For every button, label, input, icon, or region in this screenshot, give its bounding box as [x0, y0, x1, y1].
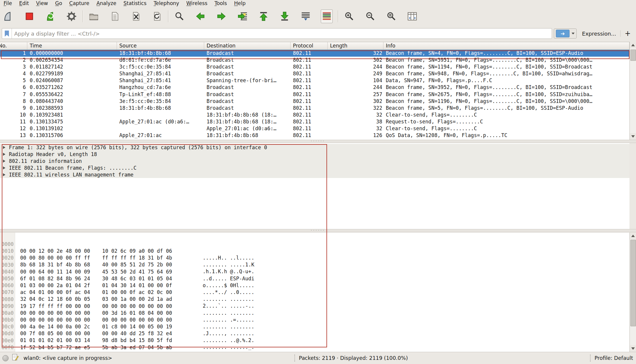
scrollbar-thumb[interactable] — [630, 240, 636, 326]
expander-triangle-icon[interactable] — [3, 153, 5, 156]
packet-list-scrollbar[interactable] — [629, 42, 636, 140]
hex-row[interactable]: 0060 ac 04 01 00 00 0f ac 04 01 00 00 0f… — [0, 275, 629, 282]
expander-triangle-icon[interactable] — [3, 160, 5, 163]
detail-row[interactable]: IEEE 802.11 wireless LAN management fram… — [0, 171, 629, 178]
packet-row[interactable]: 8 0.080443740 3e:f5:cc:0e:35:84 Broadcas… — [0, 98, 629, 105]
profile-text[interactable]: Profile: Default — [594, 355, 633, 361]
hex-row[interactable]: 00a0 00 00 00 00 00 00 00 00 00 00 00 00… — [0, 303, 629, 310]
go-next-icon[interactable] — [215, 9, 227, 23]
packet-row[interactable]: 5 0.024060087 Shanghai_27:85:41 Spanning… — [0, 77, 629, 84]
filter-bookmark-button[interactable] — [2, 28, 12, 39]
hex-row[interactable]: 00b0 00 4a 0e 14 00 0a 00 2c 01 c8 00 14… — [0, 310, 629, 317]
column-header-source[interactable]: Source — [117, 42, 204, 50]
hex-row[interactable]: 0090 00 00 00 00 00 00 00 00 00 3d 16 01… — [0, 296, 629, 303]
open-file-icon[interactable] — [88, 9, 100, 23]
detail-row[interactable]: Frame 1: 322 bytes on wire (2576 bits), … — [0, 144, 629, 151]
menu-item[interactable]: Wireless — [183, 0, 211, 7]
stop-capture-icon[interactable] — [23, 9, 35, 23]
capture-file-properties-icon[interactable] — [12, 354, 19, 363]
column-header-protocol[interactable]: Protocol — [291, 42, 328, 50]
expander-triangle-icon[interactable] — [3, 146, 5, 149]
packet-row[interactable]: 13 0.130315706 Apple_27:01:ac 18:31:bf:4… — [0, 132, 629, 139]
pane-splitter-bottom[interactable]: ······ — [0, 229, 636, 232]
filter-history-dropdown-icon[interactable] — [572, 33, 575, 34]
hex-row[interactable]: 00f0 3a ed dd 09 00 10 18 02 03 00 9c 00… — [0, 337, 629, 344]
hex-row[interactable]: 0100 50 f2 02 01 01 84 00 03 a4 00 00 27… — [0, 344, 629, 351]
packet-row[interactable]: 4 0.022799189 Shanghai_27:85:41 Broadcas… — [0, 70, 629, 77]
packet-row[interactable]: 2 0.002654354 d6:61:fe:cd:7a:6e Broadcas… — [0, 57, 629, 63]
menu-item[interactable]: Tools — [211, 0, 231, 7]
auto-scroll-icon[interactable] — [300, 9, 312, 23]
packet-row[interactable]: 9 0.102388593 18:31:bf:4b:8b:68 Broadcas… — [0, 105, 629, 112]
menu-item[interactable]: File — [0, 0, 15, 7]
column-header-destination[interactable]: Destination — [204, 42, 291, 50]
menu-item[interactable]: View — [32, 0, 51, 7]
hex-row[interactable]: 0050 01 03 00 00 2a 01 04 2f 01 04 30 14… — [0, 268, 629, 275]
expert-info-icon[interactable] — [2, 355, 9, 361]
start-capture-icon[interactable] — [2, 9, 14, 23]
hex-row[interactable]: 0010 00 00 80 00 00 00 ff ff ff ff ff ff… — [0, 241, 629, 248]
display-filter-field[interactable] — [2, 28, 552, 39]
column-header-info[interactable]: Info — [383, 42, 629, 50]
find-packet-icon[interactable] — [173, 9, 185, 23]
detail-row[interactable]: 802.11 radio information — [0, 158, 629, 164]
packet-row[interactable]: 3 0.011827142 3c:f5:cc:0e:35:84 Broadcas… — [0, 63, 629, 70]
hex-row[interactable]: 0030 00 00 64 00 11 14 00 09 45 53 50 2d… — [0, 255, 629, 262]
hex-row[interactable]: 0040 6f 01 08 82 84 8b 96 24 30 48 6c 03… — [0, 262, 629, 268]
column-header-length[interactable]: Length — [328, 42, 383, 50]
hex-pane-scrollbar[interactable] — [629, 233, 636, 352]
column-header-no[interactable]: No. — [0, 42, 27, 50]
save-file-icon[interactable] — [109, 9, 121, 23]
packet-row[interactable]: 7 0.055536422 Tp-LinkT_ef:48:88 Broadcas… — [0, 91, 629, 98]
zoom-in-icon[interactable] — [343, 9, 355, 23]
resize-columns-icon[interactable] — [406, 9, 418, 23]
cell-destination: Broadcast — [204, 91, 291, 98]
hex-row[interactable]: 00d0 01 01 01 02 01 00 03 14 98 d8 bd b4… — [0, 323, 629, 330]
scroll-down-button[interactable] — [630, 133, 636, 140]
go-last-icon[interactable] — [279, 9, 291, 23]
hex-row[interactable]: 0080 19 17 ff ff ff 00 00 00 00 00 00 00… — [0, 289, 629, 296]
hex-row[interactable]: 00c0 00 7f 08 05 00 08 00 00 00 00 40 dd… — [0, 317, 629, 323]
go-first-icon[interactable] — [258, 9, 269, 23]
scroll-up-button[interactable] — [630, 233, 636, 239]
menu-item[interactable]: Edit — [15, 0, 32, 7]
packet-row[interactable]: 1 0.000000000 18:31:bf:4b:8b:68 Broadcas… — [0, 50, 629, 57]
display-filter-input[interactable] — [12, 31, 552, 37]
go-previous-icon[interactable] — [194, 9, 206, 23]
hex-row[interactable]: 0000 00 00 12 00 2e 48 00 00 10 02 6c 09… — [0, 234, 629, 241]
zoom-out-icon[interactable] — [364, 9, 376, 23]
menu-item[interactable]: Help — [231, 0, 249, 7]
cell-info: Beacon frame, SN=1194, FN=0, Flags=.....… — [383, 63, 629, 70]
packet-row[interactable]: 11 0.130133475 Apple_27:01:ac (d0:a6:… 1… — [0, 118, 629, 125]
zoom-reset-icon[interactable] — [385, 9, 397, 23]
scroll-up-button[interactable] — [630, 42, 636, 48]
menu-item[interactable]: Statistics — [120, 0, 150, 7]
colorize-icon[interactable] — [321, 9, 333, 23]
expander-triangle-icon[interactable] — [3, 173, 5, 176]
menu-item[interactable]: Go — [52, 0, 66, 7]
apply-filter-button[interactable]: ➔ — [556, 30, 570, 37]
menu-item[interactable]: Telephony — [150, 0, 183, 7]
detail-row[interactable]: Radiotap Header v0, Length 18 — [0, 151, 629, 158]
hex-row[interactable]: 00e0 1f 52 b4 b5 b7 72 ae e5 5b ab 3a ed… — [0, 330, 629, 337]
scroll-down-button[interactable] — [630, 345, 636, 352]
expander-triangle-icon[interactable] — [3, 166, 5, 169]
hex-row[interactable]: 0020 8b 68 18 31 bf 4b 8b 68 40 00 85 51… — [0, 248, 629, 255]
packet-row[interactable]: 6 0.035271262 Hangzhou_cd:7a:6e Broadcas… — [0, 84, 629, 91]
go-to-packet-icon[interactable] — [237, 9, 248, 23]
close-file-icon[interactable] — [130, 9, 142, 23]
packet-row[interactable]: 10 0.103923481 18:31:bf:4b:8b:68 (18:… 8… — [0, 112, 629, 118]
restart-capture-icon[interactable] — [45, 9, 56, 23]
column-header-time[interactable]: Time — [27, 42, 117, 50]
hex-row[interactable]: 0070 32 04 0c 12 18 60 0b 05 03 00 1a 00… — [0, 282, 629, 289]
reload-file-icon[interactable] — [151, 9, 163, 23]
scrollbar-thumb[interactable] — [630, 50, 636, 61]
add-filter-button[interactable]: + — [625, 30, 632, 37]
detail-row[interactable]: IEEE 802.11 Beacon frame, Flags: .......… — [0, 164, 629, 171]
menu-item[interactable]: Capture — [66, 0, 93, 7]
pane-splitter-top[interactable]: ······ — [0, 140, 636, 143]
packet-row[interactable]: 12 0.130139102 Apple_27:01:ac (d0:a6:… 8… — [0, 125, 629, 132]
expression-button[interactable]: Expression... — [582, 31, 616, 37]
capture-options-icon[interactable] — [66, 9, 77, 23]
menu-item[interactable]: Analyze — [93, 0, 120, 7]
